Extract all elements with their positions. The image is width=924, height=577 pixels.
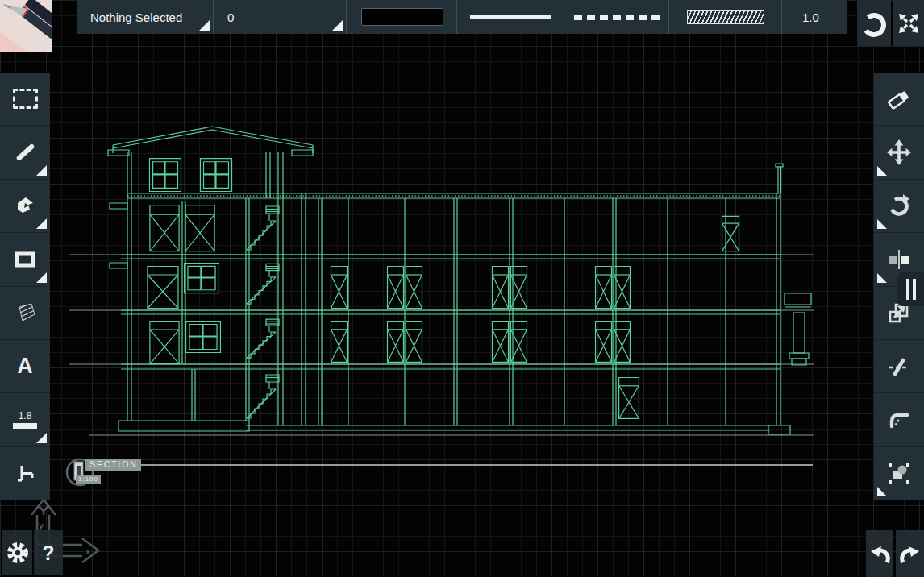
flyout-corner-icon bbox=[36, 218, 47, 229]
flyout-corner-icon bbox=[877, 487, 887, 496]
linetype-dashed-picker[interactable] bbox=[564, 0, 669, 34]
fullscreen-button[interactable] bbox=[893, 0, 924, 46]
text-tool-icon: A bbox=[17, 354, 33, 379]
trim-tool-button[interactable] bbox=[874, 340, 924, 393]
flyout-corner-icon bbox=[36, 433, 47, 443]
rectangle-icon bbox=[14, 250, 36, 269]
polyline-tool-button[interactable] bbox=[0, 180, 50, 233]
flyout-corner-icon bbox=[36, 272, 47, 283]
svg-text:x: x bbox=[85, 546, 91, 556]
settings-gear-icon bbox=[5, 540, 31, 566]
redo-icon bbox=[900, 542, 921, 566]
dimension-icon: 1.8 bbox=[13, 410, 37, 429]
lineweight-picker[interactable]: 1.0 bbox=[782, 0, 847, 34]
flyout-corner-icon bbox=[877, 273, 887, 283]
property-bar: Nothing Selected 0 1.0 bbox=[77, 0, 847, 34]
help-button[interactable]: ? bbox=[34, 530, 63, 575]
hatch-icon bbox=[13, 302, 37, 323]
ortho-axis-icon bbox=[15, 463, 36, 484]
stretch-grips-icon bbox=[887, 461, 911, 485]
fillet-tool-button[interactable] bbox=[874, 393, 924, 446]
solid-line-icon bbox=[470, 15, 551, 19]
color-swatch-icon bbox=[361, 8, 443, 26]
selection-marquee-icon bbox=[13, 89, 38, 109]
layer-value-text: 0 bbox=[214, 10, 234, 24]
offset-parallel-icon bbox=[906, 279, 909, 300]
rotate-icon bbox=[887, 193, 911, 218]
lineweight-text: 1.0 bbox=[782, 10, 819, 24]
selection-status-dropdown[interactable]: Nothing Selected bbox=[77, 0, 214, 34]
flyout-corner-icon bbox=[36, 165, 47, 176]
svg-text:y: y bbox=[39, 521, 44, 530]
mirror-icon bbox=[888, 248, 910, 271]
flyout-corner-icon bbox=[877, 219, 887, 229]
rotate-tool-button[interactable] bbox=[874, 180, 924, 233]
stretch-tool-button[interactable] bbox=[874, 447, 924, 500]
ortho-tool-button[interactable] bbox=[0, 447, 50, 500]
move-icon bbox=[887, 139, 911, 165]
app-logo-icon[interactable] bbox=[0, 0, 52, 52]
linetype-solid-picker[interactable] bbox=[457, 0, 564, 34]
rectangle-tool-button[interactable] bbox=[0, 233, 50, 286]
help-icon: ? bbox=[42, 542, 54, 565]
move-tool-button[interactable] bbox=[874, 126, 924, 179]
reset-view-button[interactable] bbox=[857, 0, 891, 46]
selection-status-text: Nothing Selected bbox=[77, 10, 182, 24]
dropdown-corner-icon bbox=[199, 20, 210, 31]
hatch-pattern-picker[interactable] bbox=[669, 0, 782, 34]
undo-button[interactable] bbox=[866, 530, 893, 577]
text-tool-button[interactable]: A bbox=[0, 340, 50, 393]
color-picker[interactable] bbox=[347, 0, 457, 34]
fullscreen-expand-icon bbox=[897, 11, 921, 35]
section-title-text: SECTION bbox=[85, 459, 141, 471]
draw-toolbar: A 1.8 bbox=[0, 73, 50, 500]
rotate-reset-icon bbox=[859, 8, 889, 39]
dashed-line-icon bbox=[574, 15, 660, 20]
fillet-icon bbox=[887, 409, 911, 431]
line-icon bbox=[15, 143, 35, 162]
settings-button[interactable] bbox=[2, 530, 32, 575]
dimension-tool-button[interactable]: 1.8 bbox=[0, 393, 50, 446]
polyline-icon bbox=[14, 196, 36, 215]
flyout-corner-icon bbox=[877, 166, 887, 176]
building-section-drawing bbox=[0, 0, 924, 577]
hatch-pattern-icon bbox=[687, 10, 764, 24]
trim-icon bbox=[888, 355, 910, 378]
erase-tool-button[interactable] bbox=[874, 73, 924, 126]
section-scale-text: 1:100 bbox=[76, 475, 101, 484]
offset-tool-flyout[interactable] bbox=[897, 272, 924, 306]
layer-dropdown[interactable]: 0 bbox=[214, 0, 347, 34]
select-tool-button[interactable] bbox=[0, 73, 50, 126]
hatch-tool-button[interactable] bbox=[0, 287, 50, 340]
drawing-canvas[interactable]: SECTION 1:100 x y bbox=[0, 0, 924, 577]
eraser-icon bbox=[887, 88, 911, 110]
offset-parallel-icon bbox=[913, 279, 916, 300]
line-tool-button[interactable] bbox=[0, 126, 50, 179]
undo-icon bbox=[869, 542, 890, 566]
redo-button[interactable] bbox=[896, 530, 924, 577]
dropdown-corner-icon bbox=[332, 20, 343, 31]
